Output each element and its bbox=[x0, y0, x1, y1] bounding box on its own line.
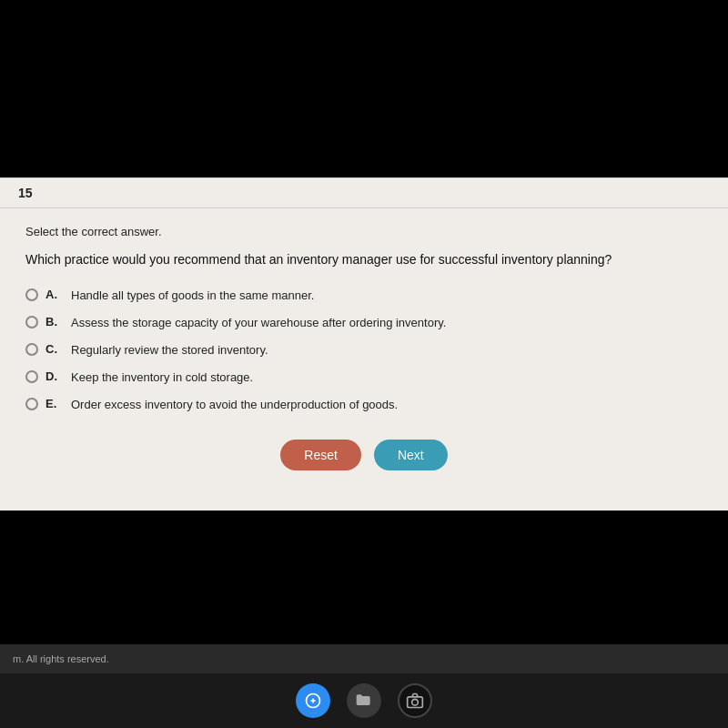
radio-b[interactable] bbox=[25, 316, 38, 329]
taskbar bbox=[0, 673, 728, 728]
option-label-c: C. bbox=[46, 342, 64, 356]
screen: 15 Select the correct answer. Which prac… bbox=[0, 0, 728, 728]
footer-text: m. All rights reserved. bbox=[13, 653, 109, 664]
option-label-e: E. bbox=[46, 397, 64, 410]
option-a[interactable]: A. Handle all types of goods in the same… bbox=[25, 288, 703, 304]
option-text-c: Regularly review the stored inventory. bbox=[71, 342, 268, 359]
option-text-b: Assess the storage capacity of your ware… bbox=[71, 315, 446, 331]
option-text-d: Keep the inventory in cold storage. bbox=[71, 369, 253, 386]
radio-a[interactable] bbox=[25, 288, 38, 301]
next-button[interactable]: Next bbox=[374, 440, 448, 470]
option-label-b: B. bbox=[46, 315, 64, 329]
reset-button[interactable]: Reset bbox=[280, 440, 361, 470]
option-e[interactable]: E. Order excess inventory to avoid the u… bbox=[25, 397, 703, 413]
option-b[interactable]: B. Assess the storage capacity of your w… bbox=[25, 315, 703, 331]
option-text-e: Order excess inventory to avoid the unde… bbox=[71, 397, 398, 413]
option-c[interactable]: C. Regularly review the stored inventory… bbox=[25, 342, 703, 359]
radio-d[interactable] bbox=[25, 370, 38, 383]
zoom-icon[interactable] bbox=[296, 683, 330, 718]
quiz-container: 15 Select the correct answer. Which prac… bbox=[0, 177, 728, 511]
button-row: Reset Next bbox=[25, 440, 703, 492]
top-black-area bbox=[0, 0, 728, 177]
option-label-a: A. bbox=[46, 288, 64, 301]
option-d[interactable]: D. Keep the inventory in cold storage. bbox=[25, 369, 703, 386]
option-label-d: D. bbox=[46, 369, 64, 383]
radio-c[interactable] bbox=[25, 343, 38, 356]
question-number-bar: 15 bbox=[0, 178, 728, 208]
svg-point-4 bbox=[412, 699, 419, 705]
option-text-a: Handle all types of goods in the same ma… bbox=[71, 288, 314, 304]
camera-icon[interactable] bbox=[398, 683, 432, 718]
question-number: 15 bbox=[18, 186, 33, 200]
question-content: Select the correct answer. Which practic… bbox=[0, 208, 728, 511]
options-list: A. Handle all types of goods in the same… bbox=[25, 288, 703, 414]
footer-bar: m. All rights reserved. bbox=[0, 644, 728, 673]
instruction-text: Select the correct answer. bbox=[25, 225, 703, 238]
radio-e[interactable] bbox=[25, 398, 38, 410]
question-text: Which practice would you recommend that … bbox=[25, 251, 703, 269]
folder-icon[interactable] bbox=[347, 683, 381, 718]
